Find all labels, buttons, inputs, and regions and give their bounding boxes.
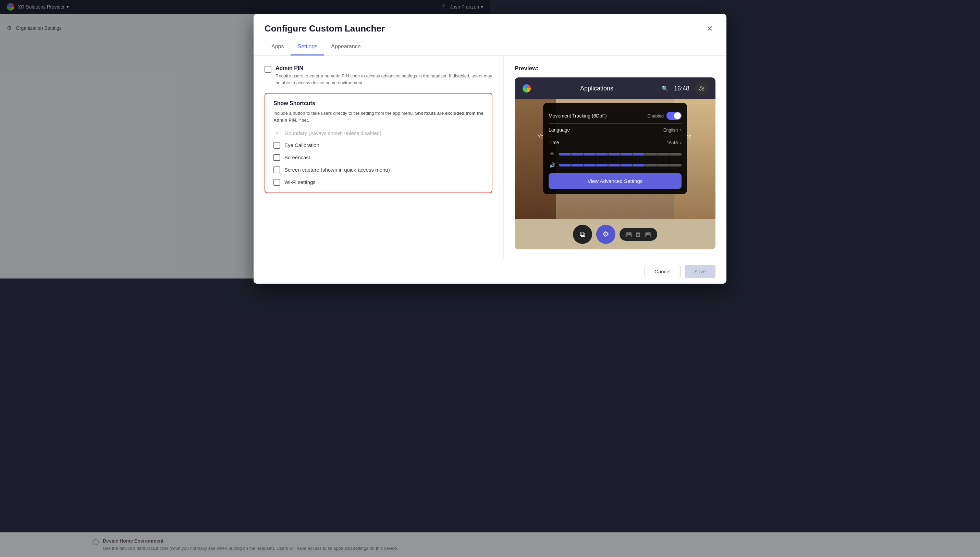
dialog-title: Configure Custom Launcher	[264, 23, 385, 34]
admin-pin-section: Admin PIN Require users to enter a numer…	[264, 65, 490, 86]
shortcut-screencast: Screencast	[274, 153, 483, 161]
dialog-body: Admin PIN Require users to enter a numer…	[254, 55, 490, 259]
admin-pin-checkbox[interactable]	[264, 66, 271, 73]
dialog-header: Configure Custom Launcher ✕ Apps Setting…	[254, 14, 490, 55]
wifi-label: Wi-Fi settings	[284, 179, 316, 185]
admin-pin-label: Admin PIN	[276, 65, 490, 71]
tab-apps[interactable]: Apps	[264, 41, 290, 55]
tab-appearance[interactable]: Appearance	[324, 41, 367, 55]
screencast-checkbox[interactable]	[274, 154, 280, 161]
dialog-footer: Cancel Save	[254, 259, 490, 278]
left-panel: Admin PIN Require users to enter a numer…	[254, 55, 490, 259]
shortcut-wifi-settings: Wi-Fi settings	[274, 178, 483, 186]
screen-capture-checkbox[interactable]	[274, 166, 280, 173]
shortcuts-desc-plain: Include a button to take users directly …	[274, 111, 415, 116]
eye-calibration-label: Eye Calibration	[284, 142, 320, 148]
shortcut-eye-calibration: Eye Calibration	[274, 141, 483, 149]
shortcut-screen-capture: Screen capture (shown in quick-access me…	[274, 166, 483, 173]
configure-launcher-dialog: Configure Custom Launcher ✕ Apps Setting…	[254, 14, 490, 278]
screen-capture-label: Screen capture (shown in quick-access me…	[284, 167, 390, 173]
tab-settings[interactable]: Settings	[290, 41, 324, 55]
shortcuts-title: Show Shortcuts	[274, 100, 483, 106]
dialog-tabs: Apps Settings Appearance	[264, 41, 490, 55]
boundary-row: ✓ Boundary (Always shown unless disabled…	[274, 129, 483, 136]
dialog-overlay: Configure Custom Launcher ✕ Apps Setting…	[0, 0, 490, 278]
screencast-label: Screencast	[284, 155, 310, 160]
show-shortcuts-box: Show Shortcuts Include a button to take …	[264, 93, 490, 193]
shortcuts-description: Include a button to take users directly …	[274, 110, 483, 123]
eye-calibration-checkbox[interactable]	[274, 142, 280, 149]
dialog-title-row: Configure Custom Launcher ✕	[264, 23, 490, 34]
shortcuts-desc-suffix: , if set.	[296, 117, 309, 123]
boundary-checkmark-icon: ✓	[274, 129, 281, 136]
admin-pin-description: Require users to enter a numeric PIN cod…	[276, 73, 490, 86]
admin-pin-content: Admin PIN Require users to enter a numer…	[276, 65, 490, 86]
wifi-checkbox[interactable]	[274, 179, 280, 186]
boundary-label: Boundary (Always shown unless disabled)	[285, 130, 382, 136]
